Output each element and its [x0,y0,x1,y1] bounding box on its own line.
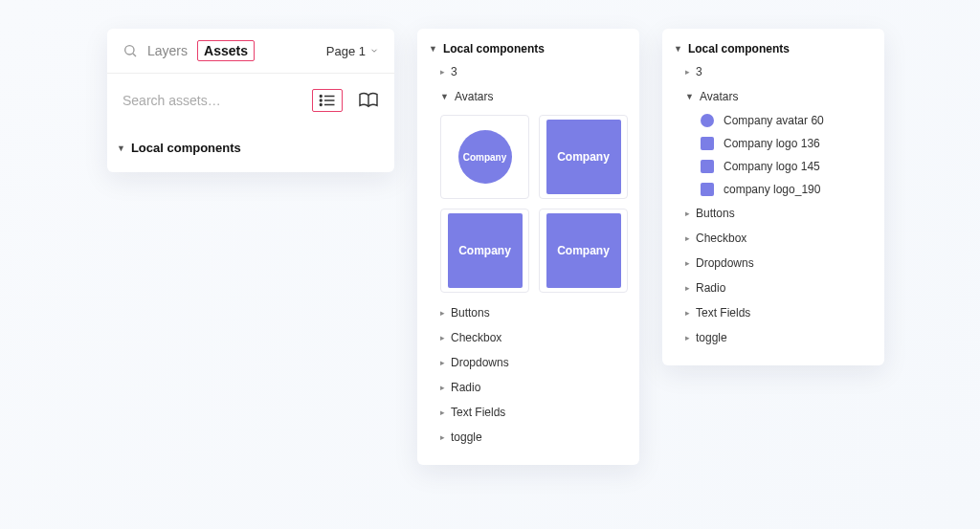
page-selector[interactable]: Page 1 [326,44,379,58]
chevron-down-icon [369,44,379,58]
component-label: company logo_190 [724,183,820,196]
avatar-square-icon [701,137,714,150]
assets-panel-search: Layers Assets Page 1 [107,29,394,172]
avatar-thumbnail[interactable]: Company [539,115,628,199]
avatar-square-icon [701,183,714,196]
folder-row[interactable]: ▸toggle [672,325,875,350]
caret-right-icon: ▸ [440,67,445,77]
caret-right-icon: ▸ [685,283,690,293]
folder-label: toggle [696,331,727,344]
folder-label: Text Fields [696,306,750,320]
folder-label: Dropdowns [696,256,754,270]
component-list-item[interactable]: company logo_190 [672,178,875,201]
caret-right-icon: ▸ [440,333,445,342]
assets-panel-list: ▼ Local components ▸ 3 ▼ Avatars Company… [662,29,884,365]
svg-point-4 [320,99,322,101]
folder-row[interactable]: ▸Radio [672,276,875,300]
panel-tabs-row: Layers Assets Page 1 [107,29,394,74]
component-label: Company avatar 60 [724,114,824,127]
caret-down-icon: ▼ [685,92,694,101]
component-label: Company logo 136 [724,137,820,150]
folder-label: Buttons [451,306,490,320]
avatar-thumbnail[interactable]: Company [440,209,529,293]
folder-label: toggle [451,430,482,444]
list-view-toggle[interactable] [312,89,343,112]
svg-point-0 [125,46,134,55]
folder-row[interactable]: ▸Text Fields [672,300,875,325]
caret-right-icon: ▸ [440,308,445,318]
folder-avatars[interactable]: ▼ Avatars [427,84,630,109]
folder-label: Radio [696,281,725,295]
caret-right-icon: ▸ [685,233,690,243]
folder-label: Dropdowns [451,356,509,369]
caret-right-icon: ▸ [440,408,445,417]
caret-down-icon: ▼ [674,44,682,54]
folder-row[interactable]: ▸Radio [427,375,630,400]
caret-down-icon: ▼ [440,92,449,101]
avatar-thumbnails: Company Company Company Company [427,109,630,300]
folder-row[interactable]: ▸Checkbox [427,325,630,350]
folder-label: 3 [696,65,702,78]
folder-row[interactable]: ▸Text Fields [427,400,630,425]
avatar-thumbnail[interactable]: Company [440,115,529,199]
folder-label: Avatars [700,90,738,103]
page-selector-label: Page 1 [326,44,366,58]
folder-3[interactable]: ▸ 3 [427,59,630,84]
local-components-label: Local components [131,141,241,155]
folder-label: Buttons [696,207,735,220]
tab-layers[interactable]: Layers [147,43,188,58]
folder-row[interactable]: ▸Buttons [427,300,630,325]
avatar-circle-icon [701,114,714,127]
tab-assets[interactable]: Assets [197,40,255,61]
local-components-label: Local components [688,42,790,55]
svg-point-6 [320,104,322,106]
folder-label: 3 [451,65,457,78]
svg-point-2 [320,96,322,98]
component-list-item[interactable]: Company logo 136 [672,132,875,155]
folder-row[interactable]: ▸Dropdowns [672,251,875,276]
folder-row[interactable]: ▸toggle [427,425,630,450]
company-avatar-square: Company [448,213,523,288]
local-components-header[interactable]: ▼ Local components [672,38,875,59]
local-components-header[interactable]: ▼ Local components [107,127,394,172]
folder-row[interactable]: ▸Checkbox [672,226,875,251]
component-list-item[interactable]: Company avatar 60 [672,109,875,132]
component-label: Company logo 145 [724,160,820,173]
folder-3[interactable]: ▸ 3 [672,59,875,84]
folder-label: Text Fields [451,406,505,419]
folder-label: Checkbox [451,331,501,344]
company-avatar-square: Company [546,120,621,194]
search-icon[interactable] [122,43,138,58]
caret-right-icon: ▸ [685,308,690,318]
component-list-item[interactable]: Company logo 145 [672,155,875,178]
caret-right-icon: ▸ [685,333,690,342]
svg-line-1 [133,54,136,56]
book-icon[interactable] [358,92,379,109]
folder-row[interactable]: ▸Dropdowns [427,350,630,375]
folder-row[interactable]: ▸Buttons [672,201,875,226]
folder-label: Radio [451,381,480,394]
search-row [107,74,394,127]
folder-label: Checkbox [696,231,746,245]
avatar-square-icon [701,160,714,173]
caret-right-icon: ▸ [685,258,690,268]
search-input[interactable] [122,93,302,108]
caret-right-icon: ▸ [685,67,690,77]
assets-panel-grid: ▼ Local components ▸ 3 ▼ Avatars Company… [417,29,639,465]
avatar-thumbnail[interactable]: Company [539,209,628,293]
caret-right-icon: ▸ [685,209,690,218]
caret-down-icon: ▼ [429,44,437,54]
caret-right-icon: ▸ [440,383,445,392]
company-avatar-square: Company [546,213,621,288]
folder-avatars[interactable]: ▼ Avatars [672,84,875,109]
caret-right-icon: ▸ [440,358,445,367]
company-avatar-circle: Company [458,130,512,184]
folder-label: Avatars [455,90,493,103]
caret-down-icon: ▼ [117,143,125,153]
local-components-label: Local components [443,42,545,55]
caret-right-icon: ▸ [440,432,445,442]
local-components-header[interactable]: ▼ Local components [427,38,630,59]
